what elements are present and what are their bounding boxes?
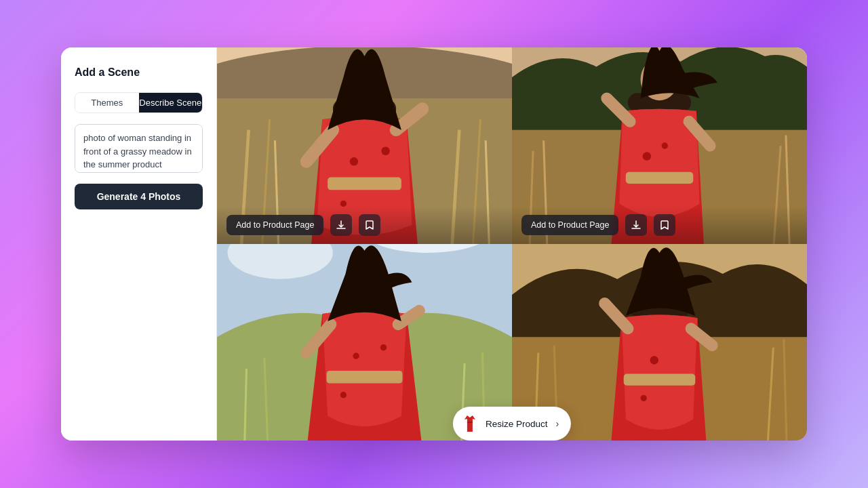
sidebar-title: Add a Scene bbox=[75, 66, 203, 79]
photo-actions-1: Add to Product Page bbox=[217, 206, 512, 244]
main-container: Add a Scene Themes Describe Scene photo … bbox=[61, 47, 807, 441]
scene-description-input[interactable]: photo of woman standing in front of a gr… bbox=[75, 124, 203, 173]
svg-point-55 bbox=[650, 356, 658, 364]
download-button-1[interactable] bbox=[330, 214, 352, 236]
svg-rect-58 bbox=[624, 374, 696, 386]
svg-point-27 bbox=[662, 142, 668, 148]
content-area: Add to Product Page bbox=[217, 47, 807, 441]
add-to-product-page-button-2[interactable]: Add to Product Page bbox=[521, 215, 618, 235]
generate-photos-button[interactable]: Generate 4 Photos bbox=[75, 184, 203, 209]
svg-point-42 bbox=[340, 392, 347, 398]
dress-icon bbox=[460, 413, 480, 434]
svg-point-40 bbox=[353, 353, 359, 359]
resize-product-label: Resize Product bbox=[486, 419, 548, 429]
bookmark-button-2[interactable] bbox=[654, 214, 675, 236]
photo-cell-2: Add to Product Page bbox=[512, 47, 807, 244]
photo-actions-2: Add to Product Page bbox=[512, 206, 807, 244]
svg-rect-44 bbox=[327, 371, 403, 384]
tab-group: Themes Describe Scene bbox=[75, 92, 203, 113]
sidebar: Add a Scene Themes Describe Scene photo … bbox=[61, 47, 217, 441]
tab-themes[interactable]: Themes bbox=[75, 93, 139, 113]
bookmark-button-1[interactable] bbox=[359, 214, 380, 236]
photo-cell-1: Add to Product Page bbox=[217, 47, 512, 244]
svg-rect-62 bbox=[467, 422, 473, 423]
svg-rect-28 bbox=[626, 172, 693, 184]
svg-point-43 bbox=[380, 344, 387, 350]
svg-point-10 bbox=[350, 157, 358, 165]
svg-point-57 bbox=[641, 395, 647, 401]
photos-grid: Add to Product Page bbox=[217, 47, 807, 441]
svg-point-25 bbox=[643, 152, 651, 160]
add-to-product-page-button-1[interactable]: Add to Product Page bbox=[226, 215, 323, 235]
resize-chevron-icon: › bbox=[555, 418, 559, 429]
svg-point-13 bbox=[381, 147, 389, 155]
svg-rect-14 bbox=[328, 178, 401, 190]
download-button-2[interactable] bbox=[625, 214, 647, 236]
resize-product-bar[interactable]: Resize Product › bbox=[453, 407, 571, 441]
tab-describe-scene[interactable]: Describe Scene bbox=[139, 93, 203, 113]
